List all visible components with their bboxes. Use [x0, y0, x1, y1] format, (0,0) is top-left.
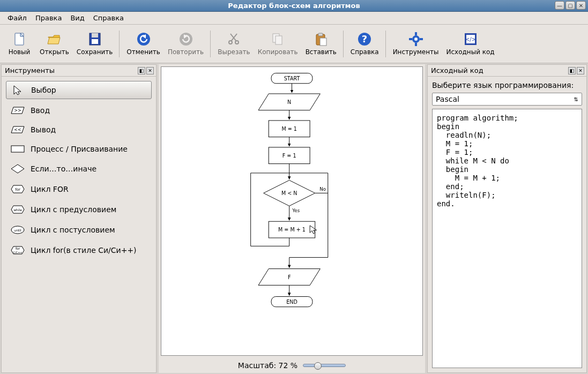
panel-undock-icon[interactable]: ◧ [568, 67, 576, 74]
tool-item-process[interactable]: Процесс / Присваивание [6, 141, 152, 157]
copy-icon [270, 32, 285, 47]
svg-rect-23 [409, 38, 412, 40]
tool-item-label: Если…то…иначе [31, 164, 96, 173]
toolbar-undo-button[interactable]: Отменить [123, 28, 163, 60]
tool-item-input[interactable]: >>Ввод [6, 102, 152, 118]
svg-text:>>: >> [14, 108, 21, 113]
window-title: Редактор блок-схем алгоритмов [228, 2, 360, 10]
toolbar-open-label: Открыть [40, 48, 69, 56]
tool-item-while[interactable]: whileЦикл с предусловием [6, 201, 152, 218]
while-icon: while [10, 204, 25, 215]
toolbar-help-button[interactable]: ?Справка [347, 28, 382, 60]
toolbar-paste-button[interactable]: Вставить [302, 28, 340, 60]
svg-text:C/C++: C/C++ [13, 251, 22, 254]
process-icon [10, 144, 25, 154]
close-button[interactable]: ✕ [576, 1, 586, 10]
svg-rect-34 [11, 146, 24, 152]
panel-close-icon[interactable]: ✕ [577, 67, 584, 74]
source-code[interactable]: program algorithm; begin readln(N); M = … [432, 109, 582, 368]
svg-text:for: for [16, 246, 20, 250]
svg-rect-16 [318, 33, 323, 36]
language-select[interactable]: Pascal ⇅ [432, 93, 582, 106]
svg-rect-21 [415, 32, 417, 35]
for-icon: for [10, 184, 25, 195]
tool-item-label: Выбор [31, 86, 56, 94]
toolbar-cut-label: Вырезать [218, 48, 250, 56]
forc-icon: forC/C++ [10, 245, 25, 256]
toolbar-cut-button: Вырезать [214, 28, 254, 60]
menu-edit[interactable]: Правка [32, 13, 65, 23]
zoom-slider-thumb[interactable] [314, 362, 322, 370]
svg-point-7 [180, 33, 192, 46]
maximize-button[interactable]: ▢ [565, 1, 575, 10]
source-panel: Исходный код ◧ ✕ Выберите язык программи… [427, 64, 587, 373]
tool-item-until[interactable]: untilЦикл с постусловием [6, 221, 152, 238]
undo-icon [136, 32, 151, 47]
flow-process-f1-label: F = 1 [282, 153, 296, 159]
svg-text:while: while [13, 208, 22, 212]
toolbar-separator [119, 31, 120, 57]
flowchart-canvas[interactable]: START N M = 1 F = 1 [161, 66, 423, 356]
diamond-icon [10, 163, 25, 174]
zoom-bar: Масштаб: 72 % [159, 358, 425, 373]
folder-open-icon [47, 32, 62, 47]
flow-end-label: END [286, 299, 297, 305]
tool-item-forc[interactable]: forC/C++Цикл for(в стиле Си/Си++) [6, 242, 152, 259]
toolbar-separator [343, 31, 344, 57]
until-icon: until [10, 225, 25, 235]
file-new-icon [12, 32, 27, 47]
chevron-updown-icon: ⇅ [574, 96, 578, 102]
flow-decision-no-label: No [319, 186, 326, 192]
tool-item-for[interactable]: forЦикл FOR [6, 181, 152, 198]
tools-panel-title: Инструменты [5, 66, 55, 74]
menu-file[interactable]: Файл [4, 13, 30, 23]
svg-text:<<: << [14, 128, 21, 132]
language-label: Выберите язык программирования: [432, 81, 582, 89]
tool-item-select[interactable]: Выбор [6, 81, 152, 99]
svg-text:until: until [14, 228, 21, 232]
svg-rect-4 [92, 39, 98, 44]
menubar: Файл Правка Вид Справка [0, 12, 588, 25]
svg-text:</>: </> [465, 36, 475, 42]
toolbar-copy-label: Копировать [258, 48, 298, 56]
toolbar-new-label: Новый [9, 48, 31, 56]
zoom-slider[interactable] [303, 364, 346, 367]
source-panel-title: Исходный код [431, 66, 483, 74]
panel-close-icon[interactable]: ✕ [146, 67, 154, 74]
toolbar-save-button[interactable]: Сохранить [73, 28, 116, 60]
toolbar-open-button[interactable]: Открыть [36, 28, 72, 60]
redo-icon [178, 32, 193, 47]
main-area: Инструменты ◧ ✕ Выбор>>Ввод<<ВыводПроцес… [0, 63, 588, 374]
io-in-icon: >> [10, 106, 25, 115]
menu-help[interactable]: Справка [90, 13, 127, 23]
svg-rect-14 [276, 36, 282, 44]
tool-item-label: Цикл с постусловием [31, 226, 115, 234]
source-panel-header: Исходный код ◧ ✕ [428, 65, 586, 77]
toolbar-separator [385, 31, 386, 57]
toolbar-source-button[interactable]: </>Исходный код [443, 28, 498, 60]
paste-icon [314, 32, 329, 47]
svg-text:?: ? [362, 33, 367, 44]
help-icon: ? [357, 32, 372, 47]
cursor-icon [11, 85, 26, 95]
scissors-icon [226, 32, 241, 47]
toolbar-tools-button[interactable]: Инструменты [390, 28, 442, 60]
toolbar-help-label: Справка [351, 48, 379, 56]
menu-view[interactable]: Вид [67, 13, 87, 23]
svg-point-25 [414, 38, 418, 41]
flow-start-label: START [284, 76, 300, 81]
tool-item-label: Процесс / Присваивание [31, 145, 128, 153]
toolbar-separator [210, 31, 211, 57]
language-value: Pascal [436, 95, 459, 103]
window-titlebar: Редактор блок-схем алгоритмов — ▢ ✕ [0, 0, 588, 12]
flow-process-m1-label: M = 1 [281, 126, 297, 132]
toolbar-source-label: Исходный код [446, 48, 495, 56]
svg-point-5 [137, 33, 150, 46]
tool-item-if[interactable]: Если…то…иначе [6, 160, 152, 177]
toolbar-new-button[interactable]: Новый [3, 28, 35, 60]
minimize-button[interactable]: — [555, 1, 564, 10]
panel-undock-icon[interactable]: ◧ [138, 67, 145, 74]
tools-panel-header: Инструменты ◧ ✕ [2, 65, 156, 77]
flow-input-n-label: N [287, 99, 291, 105]
tool-item-output[interactable]: <<Вывод [6, 122, 152, 138]
